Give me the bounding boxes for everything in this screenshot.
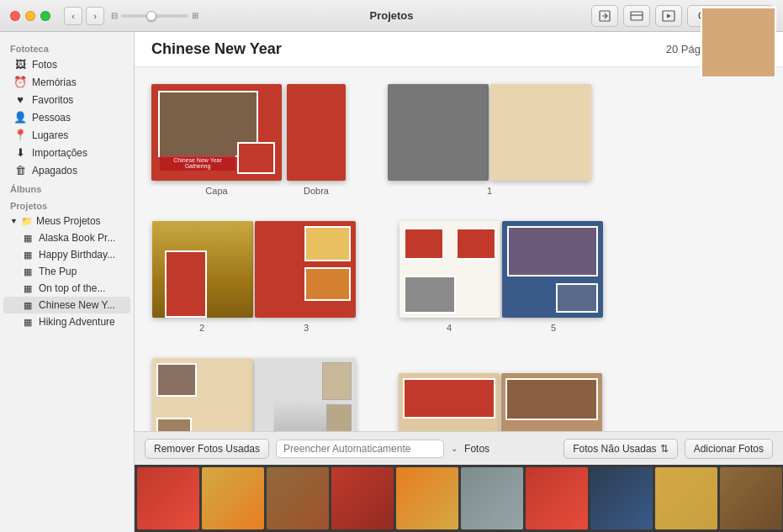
page7-frame2 bbox=[326, 404, 352, 431]
page-1-right[interactable] bbox=[490, 84, 591, 181]
strip-photo-6[interactable] bbox=[461, 467, 523, 529]
content-area: Chinese New Year 20 Páginas – $49.99 bbox=[135, 32, 783, 532]
page-45-spread: 4 5 bbox=[399, 221, 604, 333]
page-6[interactable] bbox=[152, 358, 253, 431]
project-label: Chinese New Y... bbox=[39, 299, 115, 311]
pages-row-2: 2 3 bbox=[151, 221, 766, 333]
sidebar-item-fotos[interactable]: 🖼 Fotos bbox=[3, 55, 130, 73]
page-8[interactable] bbox=[399, 373, 500, 431]
strip-photo-10[interactable] bbox=[720, 467, 782, 529]
page3-photo1 bbox=[304, 226, 351, 261]
sidebar-item-pessoas[interactable]: 👤 Pessoas bbox=[3, 108, 130, 126]
sidebar-item-memorias[interactable]: ⏰ Memórias bbox=[3, 73, 130, 91]
view-button[interactable] bbox=[623, 5, 650, 27]
page7-frame1 bbox=[322, 362, 352, 400]
sidebar-item-apagados[interactable]: 🗑 Apagados bbox=[3, 161, 130, 179]
cover-spread-labels: Capa Dobra bbox=[151, 186, 346, 196]
back-button[interactable]: ‹ bbox=[64, 7, 82, 25]
sidebar-item-label: Lugares bbox=[32, 129, 68, 141]
page-23-spread: 2 3 bbox=[151, 221, 357, 333]
page-1-left[interactable] bbox=[388, 84, 489, 181]
page5-photo1 bbox=[507, 226, 598, 277]
page-1-pages bbox=[388, 84, 591, 181]
fototeca-label: Fototeca bbox=[0, 39, 134, 55]
export-button[interactable] bbox=[591, 5, 618, 27]
unused-photos-button[interactable]: Fotos Não Usadas ⇅ bbox=[563, 439, 677, 459]
slider-thumb[interactable] bbox=[146, 11, 156, 21]
page-extra-photo1 bbox=[505, 378, 598, 420]
strip-photo-8[interactable] bbox=[590, 467, 653, 529]
page-3-label: 3 bbox=[256, 323, 357, 333]
page-extra[interactable] bbox=[501, 373, 602, 431]
strip-photo-2[interactable] bbox=[202, 467, 264, 529]
page8-photo1 bbox=[403, 378, 495, 419]
zoom-slider[interactable]: ⊟ ⊞ bbox=[111, 11, 198, 20]
titlebar: ‹ › ⊟ ⊞ Projetos Comprar Li bbox=[0, 0, 783, 32]
slideshow-button[interactable] bbox=[655, 5, 682, 27]
project-item-alaska[interactable]: ▦ Alaska Book Pr... bbox=[3, 229, 130, 246]
albuns-label: Álbuns bbox=[0, 179, 134, 196]
sidebar-item-importacoes[interactable]: ⬇ Importações bbox=[3, 144, 130, 161]
sort-arrows-icon: ⇅ bbox=[660, 443, 669, 455]
project-item-ontop[interactable]: ▦ On top of the... bbox=[3, 280, 130, 297]
strip-photo-1[interactable] bbox=[137, 467, 199, 529]
zoom-in-icon: ⊞ bbox=[192, 11, 198, 20]
forward-button[interactable]: › bbox=[86, 7, 104, 25]
page-67-pages bbox=[152, 358, 356, 431]
dobra-page[interactable] bbox=[287, 84, 346, 181]
dropdown-arrow-icon[interactable]: ⌄ bbox=[451, 444, 458, 453]
page-4[interactable] bbox=[399, 221, 500, 318]
projetos-label: Projetos bbox=[0, 196, 134, 213]
cover-small-photo bbox=[237, 142, 275, 174]
content-header: Chinese New Year 20 Páginas – $49.99 bbox=[135, 32, 783, 67]
sidebar-item-favoritos[interactable]: ♥ Favoritos bbox=[3, 91, 130, 108]
sidebar-item-lugares[interactable]: 📍 Lugares bbox=[3, 126, 130, 144]
project-item-hiking[interactable]: ▦ Hiking Adventure bbox=[3, 313, 130, 330]
sidebar: Fototeca 🖼 Fotos ⏰ Memórias ♥ Favoritos … bbox=[0, 32, 135, 532]
project-icon: ▦ bbox=[22, 250, 34, 261]
memories-icon: ⏰ bbox=[13, 76, 27, 88]
strip-photo-3[interactable] bbox=[267, 467, 329, 529]
sidebar-item-label: Pessoas bbox=[32, 112, 71, 124]
add-photos-button[interactable]: Adicionar Fotos bbox=[685, 439, 773, 459]
page6-photo1 bbox=[156, 363, 197, 397]
cover-page-item[interactable]: Chinese New Year Gathering bbox=[151, 84, 282, 181]
project-item-birthday[interactable]: ▦ Happy Birthday... bbox=[3, 246, 130, 263]
dobra-page-item[interactable] bbox=[287, 84, 346, 181]
page-4-label: 4 bbox=[399, 323, 500, 333]
page-45-labels: 4 5 bbox=[399, 323, 604, 333]
strip-photo-9[interactable] bbox=[655, 467, 717, 529]
cover-page[interactable]: Chinese New Year Gathering bbox=[151, 84, 282, 181]
close-button[interactable] bbox=[10, 11, 20, 21]
dobra-label: Dobra bbox=[287, 186, 346, 196]
minimize-button[interactable] bbox=[25, 11, 35, 21]
nav-buttons: ‹ › bbox=[64, 7, 104, 25]
project-icon: ▦ bbox=[22, 266, 34, 277]
my-projects-label: Meus Projetos bbox=[36, 215, 101, 227]
page-2[interactable] bbox=[152, 221, 253, 318]
maximize-button[interactable] bbox=[40, 11, 50, 21]
slider-track[interactable] bbox=[121, 14, 188, 18]
strip-photo-4[interactable] bbox=[331, 467, 394, 529]
project-item-pup[interactable]: ▦ The Pup bbox=[3, 263, 130, 280]
page-3[interactable] bbox=[255, 221, 356, 318]
auto-fill-input[interactable] bbox=[276, 440, 444, 458]
strip-photo-5[interactable] bbox=[396, 467, 458, 529]
project-icon: ▦ bbox=[22, 233, 34, 244]
page3-photo2 bbox=[304, 267, 351, 301]
page-7[interactable] bbox=[255, 358, 356, 431]
strip-photo-7[interactable] bbox=[526, 467, 588, 529]
project-label: Happy Birthday... bbox=[39, 249, 115, 261]
project-icon: ▦ bbox=[22, 317, 34, 328]
page-1-label: 1 bbox=[388, 186, 591, 196]
triangle-icon: ▼ bbox=[10, 217, 18, 225]
remove-used-button[interactable]: Remover Fotos Usadas bbox=[145, 439, 269, 459]
zoom-out-icon: ⊟ bbox=[111, 11, 118, 20]
project-label: The Pup bbox=[39, 266, 77, 277]
page-5[interactable] bbox=[502, 221, 603, 318]
project-item-chinese[interactable]: ▦ Chinese New Y... bbox=[3, 297, 130, 313]
page4-photo3 bbox=[404, 276, 456, 313]
traffic-lights bbox=[10, 11, 50, 21]
meus-projetos-header[interactable]: ▼ 📁 Meus Projetos bbox=[3, 213, 130, 229]
bottom-toolbar: Remover Fotos Usadas ⌄ Fotos Fotos Não U… bbox=[135, 431, 783, 465]
